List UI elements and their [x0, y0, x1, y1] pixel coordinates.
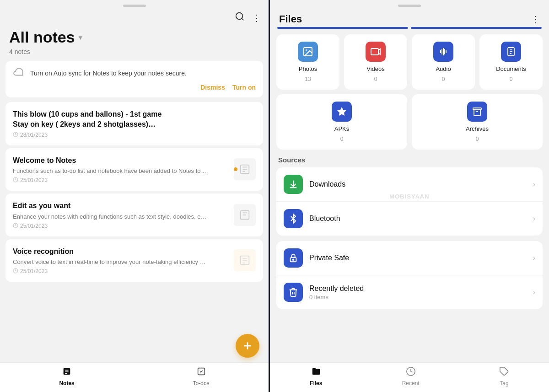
note-date: 25/01/2023	[13, 223, 256, 229]
photos-icon	[298, 42, 318, 62]
note-item[interactable]: Edit as you want Enhance your notes with…	[5, 193, 263, 236]
sources-list-1: Downloads › Bluetooth ›	[276, 167, 543, 236]
more-options-icon[interactable]: ⋮	[252, 12, 261, 23]
category-videos[interactable]: Videos 0	[344, 34, 407, 90]
files-menu-icon[interactable]: ⋮	[531, 14, 540, 25]
files-bottom-nav: Files Recent Tag	[270, 362, 549, 392]
notes-topbar: ⋮	[0, 7, 269, 28]
private-safe-label: Private Safe	[309, 254, 527, 262]
archives-label: Archives	[466, 125, 489, 132]
note-item[interactable]: This blow (10 cups and ballons) - 1st ga…	[5, 102, 263, 145]
category-archives[interactable]: Archives 0	[412, 94, 543, 150]
note-title: Edit as you want	[13, 201, 256, 211]
page-title: All notes ▾	[0, 28, 269, 46]
nav-notes[interactable]: Notes	[59, 366, 74, 387]
audio-label: Audio	[436, 65, 451, 72]
nav-todos[interactable]: To-dos	[193, 366, 210, 387]
notes-count: 4 notes	[0, 48, 269, 55]
note-preview: Functions such as to-do list and noteboo…	[13, 167, 210, 174]
chevron-right-icon: ›	[533, 215, 535, 223]
photos-label: Photos	[299, 65, 317, 72]
note-item[interactable]: Voice recognition Convert voice to text …	[5, 239, 263, 282]
note-date: 25/01/2023	[13, 268, 256, 274]
sync-actions: Dismiss Turn on	[13, 84, 256, 91]
recent-nav-label: Recent	[402, 380, 420, 387]
apks-label: APKs	[334, 125, 350, 132]
notes-list: This blow (10 cups and ballons) - 1st ga…	[0, 102, 269, 362]
audio-icon	[433, 42, 453, 62]
deleted-icon	[284, 283, 303, 302]
todos-nav-icon	[196, 366, 206, 379]
tab-all[interactable]	[277, 27, 408, 29]
note-item[interactable]: Welcome to Notes Functions such as to-do…	[5, 148, 263, 191]
files-panel: Files ⋮ Photos 13	[270, 0, 549, 392]
search-icon[interactable]	[235, 11, 245, 24]
private-safe-icon	[284, 248, 303, 268]
note-preview: Enhance your notes with editing function…	[13, 213, 210, 220]
add-note-button[interactable]	[236, 334, 259, 358]
sources-label: Sources	[276, 156, 543, 164]
chevron-right-icon: ›	[533, 288, 535, 296]
turn-on-button[interactable]: Turn on	[232, 84, 256, 91]
downloads-icon	[284, 175, 303, 194]
tag-nav-label: Tag	[500, 380, 508, 387]
files-nav-label: Files	[310, 380, 322, 387]
notes-panel: ⋮ All notes ▾ 4 notes Turn on Auto sync …	[0, 0, 270, 392]
note-thumbnail	[234, 249, 256, 271]
videos-label: Videos	[366, 65, 385, 72]
notes-nav-icon	[62, 366, 72, 379]
source-recently-deleted[interactable]: Recently deleted 0 items ›	[276, 275, 543, 309]
files-topbar: Files ⋮	[270, 7, 549, 27]
clock-icon	[13, 223, 18, 229]
files-title: Files	[279, 13, 302, 25]
note-date: 25/01/2023	[13, 177, 256, 183]
nav-files[interactable]: Files	[310, 366, 322, 387]
chevron-right-icon: ›	[533, 180, 535, 188]
sync-message: Turn on Auto sync for Notes to keep your…	[30, 70, 187, 77]
clock-icon	[13, 132, 18, 138]
cloud-icon	[13, 67, 25, 79]
documents-label: Documents	[496, 65, 526, 72]
note-title: Voice recognition	[13, 247, 256, 257]
notes-bottom-nav: Notes To-dos	[0, 362, 269, 392]
svg-point-25	[306, 49, 307, 51]
category-audio[interactable]: Audio 0	[412, 34, 475, 90]
dropdown-arrow-icon[interactable]: ▾	[79, 34, 82, 41]
apks-icon	[332, 102, 352, 122]
note-preview: Convert voice to text in real-time to im…	[13, 258, 210, 265]
note-date: 28/01/2023	[13, 132, 256, 138]
sync-banner: Turn on Auto sync for Notes to keep your…	[5, 61, 263, 97]
recent-nav-icon	[406, 366, 416, 379]
deleted-name-group: Recently deleted 0 items	[309, 285, 527, 301]
svg-rect-26	[371, 48, 378, 55]
note-title: Welcome to Notes	[13, 156, 256, 166]
deleted-label: Recently deleted	[309, 285, 527, 293]
documents-count: 0	[510, 76, 513, 82]
files-nav-icon	[311, 366, 321, 379]
todos-nav-label: To-dos	[193, 380, 210, 387]
category-documents[interactable]: Documents 0	[479, 34, 543, 90]
sources-section: Sources Downloads › Bluetooth	[270, 156, 549, 309]
note-title: This blow (10 cups and ballons) - 1st ga…	[13, 109, 256, 130]
source-bluetooth[interactable]: Bluetooth ›	[276, 202, 543, 236]
archives-count: 0	[476, 136, 479, 142]
dismiss-button[interactable]: Dismiss	[200, 84, 225, 91]
category-apks[interactable]: APKs 0	[276, 94, 407, 150]
category-photos[interactable]: Photos 13	[276, 34, 339, 90]
bluetooth-icon	[284, 209, 303, 228]
category-grid-row2: APKs 0 Archives 0	[270, 94, 549, 156]
nav-recent[interactable]: Recent	[402, 366, 420, 387]
nav-tag[interactable]: Tag	[499, 366, 509, 387]
note-dot-indicator	[234, 167, 237, 171]
audio-count: 0	[442, 76, 445, 82]
svg-marker-36	[337, 107, 346, 116]
source-private-safe[interactable]: Private Safe ›	[276, 241, 543, 275]
downloads-label: Downloads	[309, 180, 527, 188]
svg-rect-37	[473, 108, 481, 110]
clock-icon	[13, 177, 18, 183]
tag-nav-icon	[499, 366, 509, 379]
source-downloads[interactable]: Downloads ›	[276, 167, 543, 202]
tab-recent[interactable]	[411, 27, 542, 29]
documents-icon	[501, 42, 521, 62]
clock-icon	[13, 268, 18, 274]
